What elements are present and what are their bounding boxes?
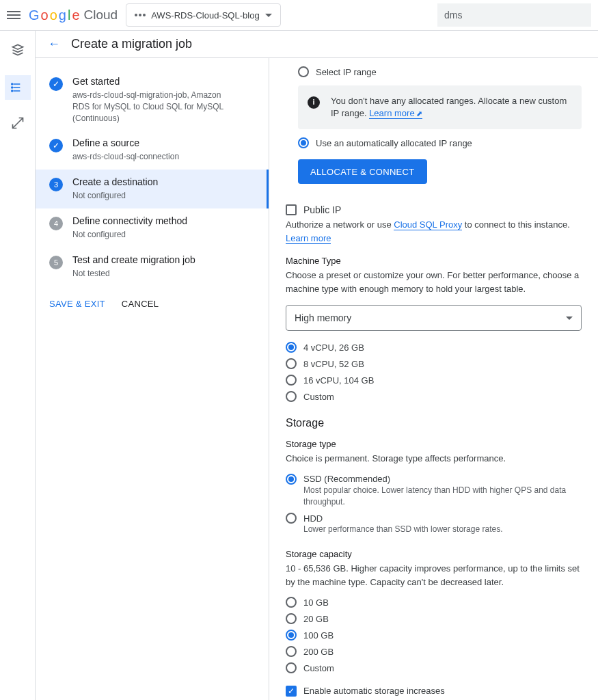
project-icon <box>135 14 146 16</box>
step-get-started[interactable]: Get started aws-rds-cloud-sql-migration-… <box>36 69 269 131</box>
info-icon: i <box>308 96 320 109</box>
svg-point-2 <box>11 90 12 92</box>
page-header: ← Create a migration job <box>36 31 598 58</box>
ip-learn-more-link[interactable]: Learn more⬈ <box>369 108 422 119</box>
storage-heading: Storage <box>286 417 582 429</box>
radio-capacity-custom[interactable] <box>286 662 297 673</box>
hdd-help: Lower performance than SSD with lower st… <box>303 524 582 535</box>
radio-select-ip-range[interactable] <box>298 66 309 77</box>
page-title: Create a migration job <box>71 37 192 51</box>
cancel-button[interactable]: CANCEL <box>122 299 159 309</box>
step-define-source[interactable]: Define a source aws-rds-cloud-sql-connec… <box>36 131 269 170</box>
ssd-help: Most popular choice. Lower latency than … <box>303 485 582 508</box>
radio-auto-ip-range[interactable] <box>298 137 309 148</box>
save-and-exit-button[interactable]: SAVE & EXIT <box>49 299 105 309</box>
auto-storage-checkbox[interactable] <box>286 686 297 697</box>
google-cloud-logo: Google Cloud <box>29 8 118 23</box>
step-create-destination[interactable]: 3 Create a destination Not configured <box>36 170 269 208</box>
cloud-sql-proxy-link[interactable]: Cloud SQL Proxy <box>394 219 462 230</box>
radio-vcpu-4[interactable] <box>286 342 297 353</box>
project-name: AWS-RDS-Cloud-SQL-blog <box>151 10 259 21</box>
select-ip-label: Select IP range <box>316 67 377 77</box>
public-ip-checkbox[interactable] <box>286 204 297 215</box>
auto-storage-label: Enable automatic storage increases <box>303 686 582 696</box>
radio-vcpu-custom[interactable] <box>286 391 297 402</box>
svg-point-1 <box>11 87 12 88</box>
chevron-down-icon <box>265 14 272 17</box>
radio-20gb[interactable] <box>286 613 297 624</box>
machine-type-select[interactable]: High memory <box>286 305 582 331</box>
allocate-connect-button[interactable]: ALLOCATE & CONNECT <box>298 159 427 184</box>
storage-type-help: Choice is permanent. Storage type affect… <box>286 452 582 466</box>
nav-migration-jobs[interactable] <box>5 75 31 100</box>
machine-type-help: Choose a preset or customize your own. F… <box>286 269 582 295</box>
radio-10gb[interactable] <box>286 597 297 608</box>
service-icon[interactable] <box>11 43 25 59</box>
radio-ssd[interactable] <box>286 474 297 485</box>
radio-vcpu-8[interactable] <box>286 358 297 369</box>
search-input[interactable]: dms <box>437 3 591 27</box>
radio-200gb[interactable] <box>286 646 297 657</box>
auto-ip-label: Use an automatically allocated IP range <box>316 138 472 148</box>
chevron-down-icon <box>566 317 573 320</box>
left-rail <box>0 31 36 700</box>
back-arrow-icon[interactable]: ← <box>48 37 60 51</box>
public-ip-label: Public IP <box>303 204 341 215</box>
radio-hdd[interactable] <box>286 513 297 524</box>
public-ip-learn-more-link[interactable]: Learn more <box>286 233 331 244</box>
machine-type-label: Machine Type <box>286 256 582 266</box>
svg-point-0 <box>11 83 12 85</box>
storage-type-label: Storage type <box>286 439 582 449</box>
nav-connection-profiles[interactable] <box>11 116 25 132</box>
storage-capacity-label: Storage capacity <box>286 549 582 559</box>
stepper: Get started aws-rds-cloud-sql-migration-… <box>36 58 269 700</box>
menu-icon[interactable] <box>7 11 21 19</box>
radio-100gb[interactable] <box>286 630 297 641</box>
storage-capacity-help: 10 - 65,536 GB. Higher capacity improves… <box>286 562 582 589</box>
step-define-connectivity[interactable]: 4 Define connectivity method Not configu… <box>36 208 269 247</box>
top-bar: Google Cloud AWS-RDS-Cloud-SQL-blog dms <box>0 0 598 31</box>
form-panel: Select IP range i You don't have any all… <box>269 58 598 700</box>
step-test-and-create[interactable]: 5 Test and create migration job Not test… <box>36 247 269 286</box>
ip-range-info: i You don't have any allocated ranges. A… <box>298 85 582 129</box>
project-selector[interactable]: AWS-RDS-Cloud-SQL-blog <box>126 3 280 27</box>
radio-vcpu-16[interactable] <box>286 375 297 386</box>
